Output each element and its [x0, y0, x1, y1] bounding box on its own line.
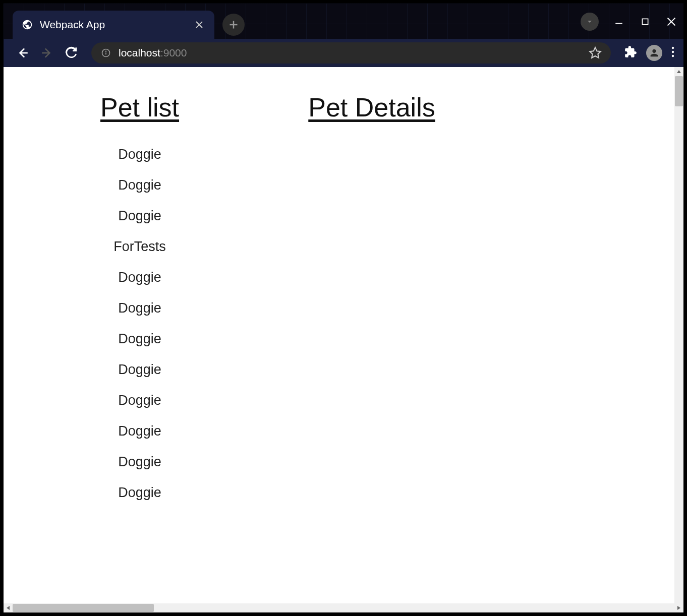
titlebar: Webpack App — [4, 4, 683, 39]
pet-list-item[interactable]: Doggie — [34, 300, 246, 316]
new-tab-button[interactable] — [222, 14, 245, 36]
pet-list-item[interactable]: Doggie — [34, 362, 246, 378]
globe-icon — [22, 19, 33, 30]
pet-list: DoggieDoggieDoggieForTestsDoggieDoggieDo… — [34, 147, 246, 501]
extensions-icon[interactable] — [624, 45, 637, 60]
pet-list-item[interactable]: Doggie — [34, 393, 246, 408]
horizontal-scrollbar[interactable] — [4, 603, 683, 612]
svg-point-16 — [672, 55, 674, 57]
svg-point-15 — [672, 51, 674, 53]
pet-list-column: Pet list DoggieDoggieDoggieForTestsDoggi… — [34, 92, 246, 516]
pet-list-item[interactable]: Doggie — [34, 485, 246, 501]
bookmark-star-icon[interactable] — [589, 46, 602, 59]
back-button[interactable] — [13, 43, 33, 63]
vertical-scrollbar-thumb[interactable] — [675, 76, 683, 106]
scroll-up-arrow-icon[interactable] — [674, 67, 683, 76]
pet-details-heading: Pet Details — [266, 92, 478, 122]
content-area: Pet list DoggieDoggieDoggieForTestsDoggi… — [4, 67, 683, 612]
profile-avatar[interactable] — [646, 45, 662, 61]
site-info-icon[interactable] — [100, 47, 111, 58]
minimize-button[interactable] — [613, 16, 625, 28]
kebab-menu-icon[interactable] — [671, 46, 674, 60]
pet-list-item[interactable]: Doggie — [34, 331, 246, 347]
forward-button[interactable] — [37, 43, 57, 63]
address-bar[interactable]: localhost:9000 — [91, 42, 611, 64]
pet-list-item[interactable]: Doggie — [34, 208, 246, 224]
page: Pet list DoggieDoggieDoggieForTestsDoggi… — [4, 67, 674, 603]
browser-toolbar: localhost:9000 — [4, 39, 683, 67]
svg-rect-5 — [642, 19, 648, 24]
tab-search-button[interactable] — [581, 13, 599, 31]
pet-list-item[interactable]: Doggie — [34, 423, 246, 439]
tab-title: Webpack App — [40, 19, 193, 31]
pet-list-item[interactable]: Doggie — [34, 147, 246, 162]
pet-list-item[interactable]: ForTests — [34, 239, 246, 255]
svg-point-14 — [672, 47, 674, 49]
horizontal-scrollbar-thumb[interactable] — [13, 604, 154, 612]
vertical-scrollbar[interactable] — [674, 67, 683, 603]
pet-list-heading: Pet list — [34, 92, 246, 122]
svg-point-12 — [106, 51, 106, 51]
browser-tab[interactable]: Webpack App — [13, 11, 214, 39]
pet-list-item[interactable]: Doggie — [34, 177, 246, 193]
toolbar-right — [624, 45, 674, 61]
window-controls — [581, 13, 677, 31]
pet-list-item[interactable]: Doggie — [34, 270, 246, 285]
reload-button[interactable] — [61, 43, 81, 63]
scroll-left-arrow-icon[interactable] — [4, 603, 13, 612]
svg-marker-13 — [590, 47, 601, 58]
scroll-right-arrow-icon[interactable] — [674, 603, 683, 612]
close-tab-button[interactable] — [193, 19, 205, 31]
maximize-button[interactable] — [639, 16, 651, 28]
url-text: localhost:9000 — [119, 47, 589, 59]
browser-window: Webpack App — [0, 0, 687, 616]
pet-list-item[interactable]: Doggie — [34, 454, 246, 470]
close-window-button[interactable] — [665, 16, 677, 28]
pet-details-column: Pet Details — [266, 92, 478, 516]
